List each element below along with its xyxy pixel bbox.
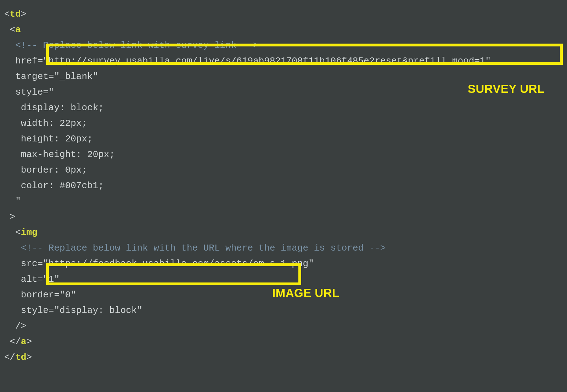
attr-alt: alt="1" xyxy=(21,274,60,285)
attr-href-value: http://survey.usabilla.com/live/s/619ab9… xyxy=(49,56,485,66)
tag-a-close: a xyxy=(21,336,27,347)
style-border: border: 0px; xyxy=(21,165,87,175)
open-bracket: < xyxy=(4,9,10,19)
style-height: height: 20px; xyxy=(21,134,93,144)
tag-td-open: td xyxy=(10,9,21,19)
attr-target: target="_blank" xyxy=(15,71,98,82)
label-image-url: IMAGE URL xyxy=(272,286,339,300)
attr-style-img: style="display: block" xyxy=(21,305,142,316)
comment-survey: <!-- Replace below link with survey link… xyxy=(15,40,259,51)
attr-border: border="0" xyxy=(21,290,76,300)
style-color: color: #007cb1; xyxy=(21,180,104,191)
style-display: display: block; xyxy=(21,102,104,113)
tag-a-open: a xyxy=(15,24,21,35)
attr-src-value: https://feedback.usabilla.com/assets/em-… xyxy=(49,258,308,269)
a-open-close-gt: > xyxy=(10,212,16,222)
attr-style-open: style=" xyxy=(15,87,54,97)
comment-image: <!-- Replace below link with the URL whe… xyxy=(21,243,386,253)
style-width: width: 22px; xyxy=(21,118,87,129)
img-self-close: /> xyxy=(15,321,26,331)
attr-src-key: src= xyxy=(21,258,43,269)
code-block: <td> <a <!-- Replace below link with sur… xyxy=(0,0,567,365)
attr-style-close: " xyxy=(15,196,21,207)
style-max-height: max-height: 20px; xyxy=(21,149,115,160)
attr-href-key: href= xyxy=(15,56,43,66)
tag-td-close: td xyxy=(15,352,26,363)
tag-img: img xyxy=(21,227,38,238)
label-survey-url: SURVEY URL xyxy=(468,82,545,96)
